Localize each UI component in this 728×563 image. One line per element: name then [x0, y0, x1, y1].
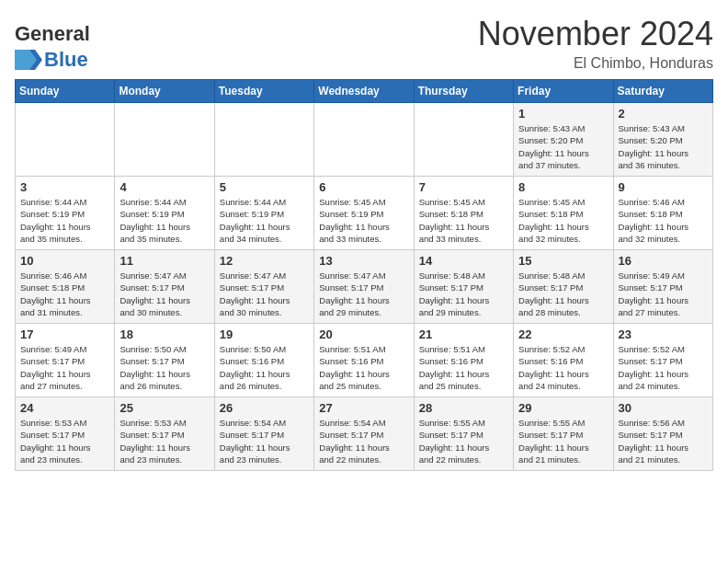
month-title: November 2024 [478, 15, 713, 53]
calendar-cell: 25Sunrise: 5:53 AM Sunset: 5:17 PM Dayli… [115, 397, 214, 471]
day-info: Sunrise: 5:48 AM Sunset: 5:17 PM Dayligh… [518, 270, 608, 318]
day-info: Sunrise: 5:50 AM Sunset: 5:17 PM Dayligh… [119, 343, 209, 392]
day-info: Sunrise: 5:44 AM Sunset: 5:19 PM Dayligh… [20, 196, 109, 245]
calendar-cell: 1Sunrise: 5:43 AM Sunset: 5:20 PM Daylig… [514, 103, 613, 177]
day-header-thursday: Thursday [414, 80, 513, 103]
calendar-cell: 22Sunrise: 5:52 AM Sunset: 5:16 PM Dayli… [514, 324, 613, 397]
calendar-cell: 19Sunrise: 5:50 AM Sunset: 5:16 PM Dayli… [214, 324, 313, 397]
day-number: 23 [619, 327, 708, 341]
calendar-cell [414, 103, 513, 177]
day-number: 11 [119, 254, 209, 268]
day-header-wednesday: Wednesday [314, 80, 414, 103]
day-header-friday: Friday [514, 80, 613, 103]
calendar-cell: 9Sunrise: 5:46 AM Sunset: 5:18 PM Daylig… [613, 177, 712, 250]
day-number: 16 [619, 254, 708, 268]
header: General Blue November 2024 El Chimbo, Ho… [15, 15, 713, 72]
day-number: 5 [220, 180, 309, 194]
day-info: Sunrise: 5:52 AM Sunset: 5:17 PM Dayligh… [619, 343, 708, 392]
week-row-4: 17Sunrise: 5:49 AM Sunset: 5:17 PM Dayli… [16, 324, 713, 397]
calendar-cell: 6Sunrise: 5:45 AM Sunset: 5:19 PM Daylig… [314, 177, 414, 250]
day-number: 9 [619, 180, 708, 194]
day-info: Sunrise: 5:55 AM Sunset: 5:17 PM Dayligh… [518, 417, 608, 465]
calendar-cell [214, 103, 313, 177]
day-info: Sunrise: 5:45 AM Sunset: 5:18 PM Dayligh… [518, 196, 608, 245]
day-number: 1 [518, 107, 608, 121]
day-number: 8 [518, 180, 608, 194]
calendar-cell: 3Sunrise: 5:44 AM Sunset: 5:19 PM Daylig… [16, 177, 115, 250]
calendar-cell: 18Sunrise: 5:50 AM Sunset: 5:17 PM Dayli… [115, 324, 214, 397]
calendar-cell: 21Sunrise: 5:51 AM Sunset: 5:16 PM Dayli… [414, 324, 513, 397]
calendar-cell [16, 103, 115, 177]
day-info: Sunrise: 5:45 AM Sunset: 5:19 PM Dayligh… [319, 196, 408, 245]
logo-blue-text: Blue [44, 48, 88, 72]
day-number: 2 [619, 107, 708, 121]
day-header-sunday: Sunday [16, 80, 115, 103]
logo-icon [15, 50, 42, 70]
day-number: 4 [119, 180, 209, 194]
day-info: Sunrise: 5:54 AM Sunset: 5:17 PM Dayligh… [319, 417, 408, 465]
day-info: Sunrise: 5:43 AM Sunset: 5:20 PM Dayligh… [619, 122, 708, 171]
week-row-5: 24Sunrise: 5:53 AM Sunset: 5:17 PM Dayli… [16, 397, 713, 471]
day-number: 13 [319, 254, 408, 268]
calendar-cell: 8Sunrise: 5:45 AM Sunset: 5:18 PM Daylig… [514, 177, 613, 250]
day-info: Sunrise: 5:44 AM Sunset: 5:19 PM Dayligh… [220, 196, 309, 245]
week-row-3: 10Sunrise: 5:46 AM Sunset: 5:18 PM Dayli… [16, 250, 713, 324]
calendar-cell: 17Sunrise: 5:49 AM Sunset: 5:17 PM Dayli… [16, 324, 115, 397]
day-info: Sunrise: 5:48 AM Sunset: 5:17 PM Dayligh… [419, 270, 508, 318]
calendar-header-row: SundayMondayTuesdayWednesdayThursdayFrid… [16, 80, 713, 103]
day-header-saturday: Saturday [613, 80, 712, 103]
day-number: 25 [119, 401, 209, 415]
day-number: 7 [419, 180, 508, 194]
calendar-cell: 11Sunrise: 5:47 AM Sunset: 5:17 PM Dayli… [115, 250, 214, 324]
calendar-cell: 4Sunrise: 5:44 AM Sunset: 5:19 PM Daylig… [115, 177, 214, 250]
week-row-1: 1Sunrise: 5:43 AM Sunset: 5:20 PM Daylig… [16, 103, 713, 177]
calendar-cell: 16Sunrise: 5:49 AM Sunset: 5:17 PM Dayli… [613, 250, 712, 324]
calendar-cell: 24Sunrise: 5:53 AM Sunset: 5:17 PM Dayli… [16, 397, 115, 471]
day-number: 27 [319, 401, 408, 415]
day-info: Sunrise: 5:45 AM Sunset: 5:18 PM Dayligh… [419, 196, 508, 245]
calendar-cell: 12Sunrise: 5:47 AM Sunset: 5:17 PM Dayli… [214, 250, 313, 324]
day-header-monday: Monday [115, 80, 214, 103]
day-number: 22 [518, 327, 608, 341]
day-number: 24 [20, 401, 109, 415]
day-info: Sunrise: 5:56 AM Sunset: 5:17 PM Dayligh… [619, 417, 708, 465]
calendar-cell: 5Sunrise: 5:44 AM Sunset: 5:19 PM Daylig… [214, 177, 313, 250]
day-number: 14 [419, 254, 508, 268]
day-info: Sunrise: 5:47 AM Sunset: 5:17 PM Dayligh… [220, 270, 309, 318]
day-number: 3 [20, 180, 109, 194]
day-info: Sunrise: 5:51 AM Sunset: 5:16 PM Dayligh… [319, 343, 408, 392]
day-number: 6 [319, 180, 408, 194]
calendar-cell: 26Sunrise: 5:54 AM Sunset: 5:17 PM Dayli… [214, 397, 313, 471]
calendar-cell: 7Sunrise: 5:45 AM Sunset: 5:18 PM Daylig… [414, 177, 513, 250]
day-info: Sunrise: 5:47 AM Sunset: 5:17 PM Dayligh… [319, 270, 408, 318]
day-info: Sunrise: 5:46 AM Sunset: 5:18 PM Dayligh… [619, 196, 708, 245]
day-number: 28 [419, 401, 508, 415]
day-number: 30 [619, 401, 708, 415]
calendar-body: 1Sunrise: 5:43 AM Sunset: 5:20 PM Daylig… [16, 103, 713, 471]
day-info: Sunrise: 5:53 AM Sunset: 5:17 PM Dayligh… [20, 417, 109, 465]
calendar-cell: 14Sunrise: 5:48 AM Sunset: 5:17 PM Dayli… [414, 250, 513, 324]
day-info: Sunrise: 5:52 AM Sunset: 5:16 PM Dayligh… [518, 343, 608, 392]
day-number: 15 [518, 254, 608, 268]
title-area: November 2024 El Chimbo, Honduras [478, 15, 713, 72]
day-info: Sunrise: 5:46 AM Sunset: 5:18 PM Dayligh… [20, 270, 109, 318]
calendar-cell: 27Sunrise: 5:54 AM Sunset: 5:17 PM Dayli… [314, 397, 414, 471]
day-number: 10 [20, 254, 109, 268]
day-info: Sunrise: 5:44 AM Sunset: 5:19 PM Dayligh… [119, 196, 209, 245]
calendar-cell: 15Sunrise: 5:48 AM Sunset: 5:17 PM Dayli… [514, 250, 613, 324]
day-number: 26 [220, 401, 309, 415]
day-info: Sunrise: 5:53 AM Sunset: 5:17 PM Dayligh… [119, 417, 209, 465]
day-number: 20 [319, 327, 408, 341]
location-subtitle: El Chimbo, Honduras [478, 55, 713, 72]
day-info: Sunrise: 5:49 AM Sunset: 5:17 PM Dayligh… [20, 343, 109, 392]
calendar-cell [314, 103, 414, 177]
calendar-cell: 29Sunrise: 5:55 AM Sunset: 5:17 PM Dayli… [514, 397, 613, 471]
svg-text:General: General [15, 22, 90, 45]
day-number: 12 [220, 254, 309, 268]
day-info: Sunrise: 5:51 AM Sunset: 5:16 PM Dayligh… [419, 343, 508, 392]
day-info: Sunrise: 5:54 AM Sunset: 5:17 PM Dayligh… [220, 417, 309, 465]
calendar-cell: 30Sunrise: 5:56 AM Sunset: 5:17 PM Dayli… [613, 397, 712, 471]
week-row-2: 3Sunrise: 5:44 AM Sunset: 5:19 PM Daylig… [16, 177, 713, 250]
day-number: 17 [20, 327, 109, 341]
day-info: Sunrise: 5:43 AM Sunset: 5:20 PM Dayligh… [518, 122, 608, 171]
